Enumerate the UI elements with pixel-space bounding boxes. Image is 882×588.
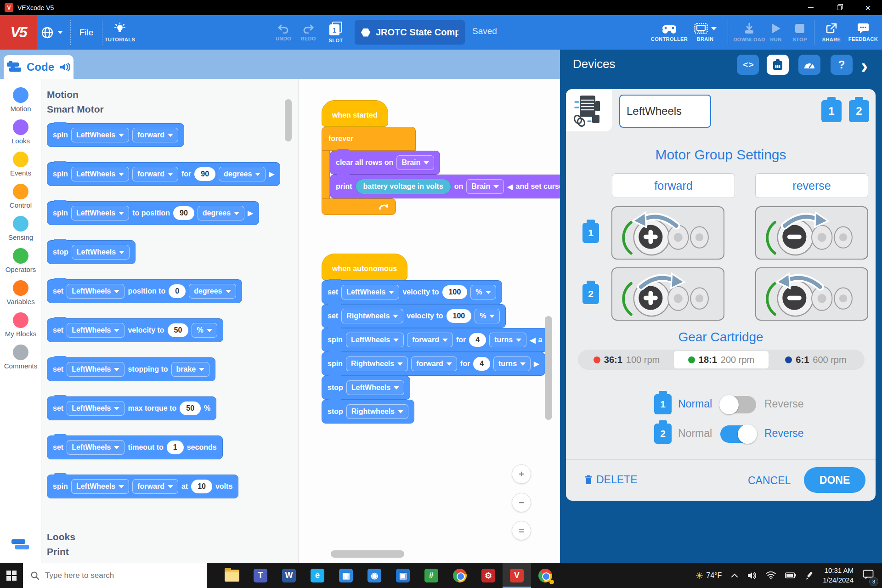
code-block[interactable]: spinRightwheelsforwardfor4turns▶ (322, 352, 545, 376)
minimize-button[interactable] (797, 0, 825, 15)
weather-widget[interactable]: ☀ 74°F (690, 570, 726, 581)
block-dropdown-leftwheels[interactable]: LeftWheels (71, 128, 129, 142)
sidebar-category-looks[interactable]: Looks (0, 119, 41, 145)
code-block[interactable]: stopRightwheels (322, 400, 414, 424)
code-canvas[interactable]: when startedforeverclear all rows onBrai… (299, 79, 560, 563)
sidebar-category-my-blocks[interactable]: My Blocks (0, 312, 41, 338)
block-number-input[interactable]: 0 (169, 284, 186, 298)
code-block[interactable]: spinLeftWheelsforwardfor4turns◀a (322, 328, 548, 352)
taskbar-app-word[interactable]: W (275, 563, 303, 588)
block-dropdown-rightwheels[interactable]: Rightwheels (346, 404, 408, 419)
sidebar-category-variables[interactable]: Variables (0, 280, 41, 305)
expand-arrow-icon[interactable]: ▶ (534, 360, 539, 368)
block-dropdown-%[interactable]: % (192, 323, 217, 338)
forever-block[interactable]: foreverclear all rows onBrainprintbatter… (322, 127, 560, 215)
controller-button[interactable]: CONTROLLER (649, 15, 690, 50)
run-button[interactable]: RUN (765, 15, 786, 50)
zoom-reset-button[interactable]: = (512, 521, 531, 540)
code-view-button[interactable]: < > (737, 55, 759, 75)
wifi-button[interactable] (761, 571, 780, 579)
redo-button[interactable]: REDO (297, 15, 320, 50)
code-block[interactable]: stopLeftWheels (322, 376, 410, 400)
block-dropdown-%[interactable]: % (470, 285, 496, 300)
battery-button[interactable] (780, 572, 801, 578)
taskbar-app-apps-grid[interactable]: ▦ (332, 563, 360, 588)
zoom-out-button[interactable]: − (512, 493, 531, 512)
undo-button[interactable]: UNDO (272, 15, 295, 50)
block-dropdown-brain[interactable]: Brain (396, 155, 434, 170)
taskbar-app-teams[interactable]: T (246, 563, 275, 588)
block-dropdown-degrees[interactable]: degrees (198, 206, 244, 220)
taskbar-app-vexcode-v5[interactable]: V (503, 563, 531, 588)
block-dropdown-leftwheels[interactable]: LeftWheels (346, 333, 404, 347)
motor-direction-image-port1-reverse[interactable] (755, 206, 868, 260)
file-menu[interactable]: File (73, 15, 100, 50)
block-dropdown-degrees[interactable]: degrees (189, 284, 236, 299)
code-block[interactable]: setLeftWheelsvelocity to50% (47, 318, 223, 342)
devices-view-button[interactable] (767, 55, 789, 75)
taskbar-app-camera[interactable]: ◉ (360, 563, 389, 588)
collapse-arrow-icon[interactable]: ◀and set curso (507, 182, 560, 191)
done-button[interactable]: DONE (804, 467, 865, 493)
search-input[interactable] (45, 571, 183, 580)
motor-direction-image-port2-reverse[interactable] (755, 267, 868, 321)
sidebar-category-control[interactable]: Control (0, 184, 41, 209)
sidebar-category-motion[interactable]: Motion (0, 87, 41, 113)
feedback-button[interactable]: FEEDBACK (846, 15, 880, 50)
block-number-input[interactable]: 50 (180, 401, 201, 415)
code-block[interactable]: printbattery voltage in voltsonBrain◀and… (330, 175, 560, 198)
block-dropdown-leftwheels[interactable]: LeftWheels (72, 245, 130, 260)
block-number-input[interactable]: 4 (469, 333, 486, 347)
block-dropdown-leftwheels[interactable]: LeftWheels (346, 380, 404, 395)
zoom-in-button[interactable]: + (512, 464, 531, 484)
port-badge-2[interactable]: 2 (849, 100, 869, 122)
clock-widget[interactable]: 10:31 AM 1/24/2024 (818, 566, 858, 585)
block-number-input[interactable]: 1 (167, 441, 184, 454)
code-block[interactable]: setRightwheelsvelocity to100% (322, 304, 506, 328)
block-dropdown-leftwheels[interactable]: LeftWheels (67, 284, 124, 299)
taskbar-search[interactable] (23, 563, 207, 588)
code-block[interactable]: spinLeftWheelsto position90degrees▶ (47, 201, 259, 225)
block-dropdown-leftwheels[interactable]: LeftWheels (71, 206, 129, 220)
download-button[interactable]: DOWNLOAD (729, 15, 769, 50)
dashboard-button[interactable] (798, 55, 820, 75)
gear-option-6-1[interactable]: 6:1600 rpm (769, 351, 863, 368)
sidebar-category-comments[interactable]: Comments (0, 345, 41, 370)
sidebar-category-operators[interactable]: Operators (0, 248, 41, 273)
block-dropdown-leftwheels[interactable]: LeftWheels (67, 440, 124, 455)
block-dropdown-turns[interactable]: turns (493, 356, 531, 371)
taskbar-app-file-explorer[interactable] (218, 563, 246, 588)
tray-overflow-chevron[interactable] (726, 573, 743, 578)
motor-direction-image-port1-forward[interactable] (611, 206, 724, 260)
volume-button[interactable] (743, 571, 761, 580)
project-name-button[interactable]: JROTC State Comp... (355, 20, 465, 45)
pen-button[interactable] (801, 571, 818, 580)
code-stack-when-started[interactable]: when startedforeverclear all rows onBrai… (322, 100, 560, 215)
block-number-input[interactable]: 4 (473, 357, 490, 371)
language-globe-button[interactable] (40, 15, 64, 50)
taskbar-app-device-settings[interactable]: ⚙ (474, 563, 503, 588)
close-button[interactable]: × (854, 0, 882, 15)
block-dropdown-forward[interactable]: forward (411, 356, 457, 371)
canvas-scrollbar[interactable] (545, 316, 552, 420)
reverse-toggle-port-2[interactable] (720, 425, 756, 443)
taskbar-app-chrome[interactable] (446, 563, 474, 588)
code-block[interactable]: setLeftWheelsstopping tobrake (47, 357, 215, 381)
gear-option-18-1[interactable]: 18:1200 rpm (674, 351, 769, 368)
code-block[interactable]: spinLeftWheelsforward (47, 123, 184, 147)
block-dropdown-leftwheels[interactable]: LeftWheels (67, 362, 124, 377)
code-block[interactable]: setLeftWheelsvelocity to100% (322, 280, 502, 304)
block-dropdown-forward[interactable]: forward (132, 479, 178, 494)
code-block[interactable]: spinLeftWheelsforwardfor90degrees▶ (47, 162, 280, 186)
block-dropdown-leftwheels[interactable]: LeftWheels (67, 323, 124, 338)
hat-block-when-started[interactable]: when started (322, 100, 388, 127)
expand-arrow-icon[interactable]: ▶ (248, 209, 253, 217)
taskbar-app-media-app[interactable]: ▣ (389, 563, 417, 588)
code-block[interactable]: setLeftWheelsposition to0degrees (47, 279, 242, 303)
code-block[interactable]: setLeftWheelstimeout to1seconds (47, 435, 223, 459)
block-number-input[interactable]: 100 (447, 309, 472, 323)
action-center-button[interactable]: 3 (858, 570, 882, 582)
reverse-toggle-port-1[interactable] (720, 396, 756, 413)
tab-code[interactable]: Code (4, 55, 74, 79)
reporter-block[interactable]: battery voltage in volts (356, 179, 451, 194)
